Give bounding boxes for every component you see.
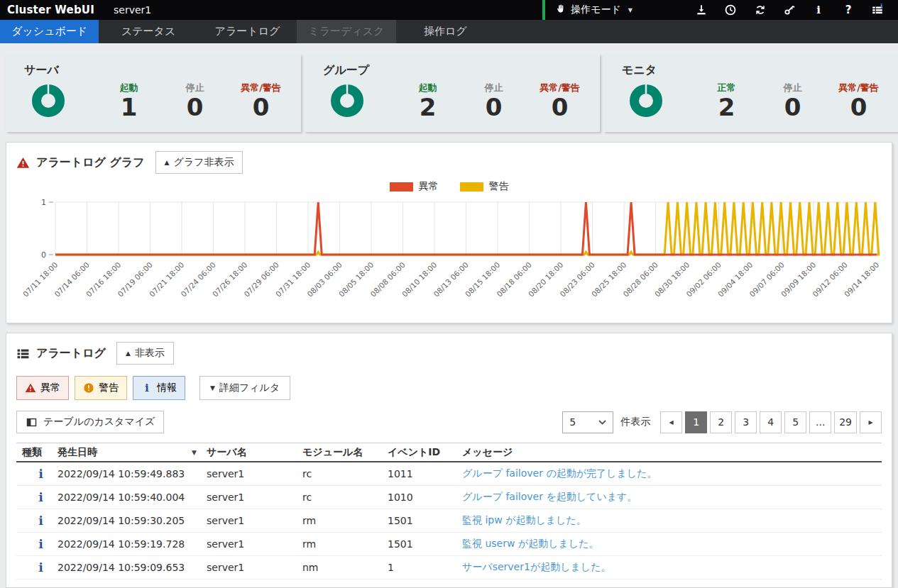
stat-label: 起動 [395,82,461,94]
column-header-label: 種類 [22,446,42,459]
cell-type: i [16,562,58,574]
per-page-select[interactable]: 5 [562,411,613,433]
info-type-icon: i [35,468,47,480]
tab-operation-log[interactable]: 操作ログ [396,20,495,43]
table-row: i2022/09/14 10:59:49.883server1rc1011グルー… [16,462,882,486]
cell-event-id: 1011 [388,468,462,479]
svg-text:i: i [880,4,883,10]
filter-error-button[interactable]: 異常 [16,376,69,400]
detail-filter-label: 詳細フィルタ [219,382,280,394]
cell-event-id: 1010 [388,492,462,503]
page-button-29[interactable]: 29 [834,411,857,433]
stat-label: 異常/警告 [826,82,892,94]
tab-alert-log[interactable]: アラートログ [198,20,297,43]
cell-type: i [16,492,58,504]
column-header-label: モジュール名 [302,446,363,459]
cell-event-id: 1501 [388,538,462,550]
cluster-name: server1 [114,4,151,16]
caret-down-icon: ▼ [210,384,215,392]
table-info-icon[interactable]: i [869,2,886,18]
next-page-button[interactable]: ▶ [860,411,882,433]
hand-icon [555,4,566,16]
filter-info-button[interactable]: i 情報 [133,376,185,400]
cell-server: server1 [207,468,302,479]
table-row: i2022/09/14 10:59:40.004server1rc1010グルー… [16,486,882,509]
stat-value: 2 [694,95,760,121]
tab-bar: ダッシュボードステータスアラートログミラーディスク操作ログ [0,20,898,43]
svg-text:i: i [38,468,43,480]
cell-message-link[interactable]: 監視 userw が起動しました。 [462,538,882,550]
page-button-3[interactable]: 3 [735,411,757,433]
column-header: モジュール名 [302,446,388,459]
cell-message-link[interactable]: 監視 ipw が起動しました。 [462,514,882,527]
refresh-icon[interactable] [752,2,769,18]
filter-warning-button[interactable]: 警告 [75,376,127,400]
stat-value: 1 [96,95,162,121]
pagination-controls: 5 件表示 ◀12345...29▶ [562,411,882,433]
page-button-4[interactable]: 4 [760,411,782,433]
stat-label: 停止 [162,82,228,94]
detail-filter-button[interactable]: ▼ 詳細フィルタ [199,376,290,400]
operation-mode-dropdown[interactable]: 操作モード ▼ [542,0,642,20]
cell-message-link[interactable]: グループ failover を起動しています。 [462,491,882,504]
page-button-5[interactable]: 5 [784,411,806,433]
stat-value: 0 [228,95,294,121]
cell-message-link[interactable]: グループ failover の起動が完了しました。 [462,467,882,480]
stat-label: 起動 [96,82,162,94]
stat-gray: 停止0 [760,82,826,121]
legend-label: 警告 [489,180,509,193]
stat-label: 異常/警告 [228,82,294,94]
header-icon-bar: i?i [686,2,892,18]
svg-text:i: i [38,562,43,574]
stat-label: 停止 [760,82,826,94]
svg-text:?: ? [845,4,851,16]
stat-gray: 停止0 [461,82,527,121]
app-title: Cluster WebUI [7,4,94,16]
hide-table-button[interactable]: ▲ 非表示 [116,342,174,365]
legend-item: 警告 [460,180,509,193]
table-row: i2022/09/14 10:59:09.653server1nm1サーバser… [16,556,882,579]
cell-type: i [16,538,58,550]
sort-descending-icon[interactable]: ▼ [192,449,197,456]
chevron-down-icon [598,420,606,425]
alert-table-header: 種類発生日時▼サーバ名モジュール名イベントIDメッセージ [16,443,882,462]
cell-message-link[interactable]: サーバserver1が起動しました。 [462,561,882,574]
customize-table-button[interactable]: テーブルのカスタマイズ [16,411,164,433]
cell-module: nm [302,562,388,573]
cell-event-id: 1501 [388,515,462,526]
tab-status[interactable]: ステータス [99,20,197,43]
stat-green: 起動2 [395,82,461,121]
prev-page-button[interactable]: ◀ [660,411,682,433]
hide-table-label: 非表示 [135,347,165,360]
key-icon[interactable] [781,2,798,18]
help-icon[interactable]: ? [840,2,857,18]
info-type-icon: i [35,492,47,504]
cell-server: server1 [207,515,302,526]
warning-icon [83,382,94,394]
page-button-1[interactable]: 1 [685,411,707,433]
cell-module: rm [302,515,388,526]
card-servers: サーバ起動1停止0異常/警告0 [6,54,301,132]
card-stats: 起動2停止0異常/警告0 [395,82,593,121]
card-stats: 正常2停止0異常/警告0 [694,82,892,121]
download-icon[interactable] [693,2,710,18]
prev-arrow-icon: ◀ [669,419,674,426]
graph-panel-title: アラートログ グラフ [36,155,145,170]
tab-dashboard[interactable]: ダッシュボード [0,20,99,43]
column-header: 種類 [16,446,58,459]
legend-swatch [460,182,483,192]
info-icon[interactable]: i [810,2,827,18]
donut-chart [630,84,662,117]
stat-red: 異常/警告0 [826,82,892,121]
alert-table: 種類発生日時▼サーバ名モジュール名イベントIDメッセージi2022/09/14 … [16,443,882,579]
cell-module: rc [302,492,388,503]
info-type-icon: i [35,515,47,527]
table-controls-row: テーブルのカスタマイズ 5 件表示 ◀12345...29▶ [16,411,882,433]
card-monitors: モニタ正常2停止0異常/警告0 [603,54,898,132]
filter-info-label: 情報 [157,382,177,394]
clock-icon[interactable] [722,2,739,18]
hide-graph-button[interactable]: ▲ グラフ非表示 [155,151,243,174]
page-button-2[interactable]: 2 [710,411,732,433]
filter-row: 異常 警告 i 情報 ▼ 詳細フィルタ [16,376,882,400]
table-row: i2022/09/14 10:59:30.205server1rm1501監視 … [16,509,882,533]
